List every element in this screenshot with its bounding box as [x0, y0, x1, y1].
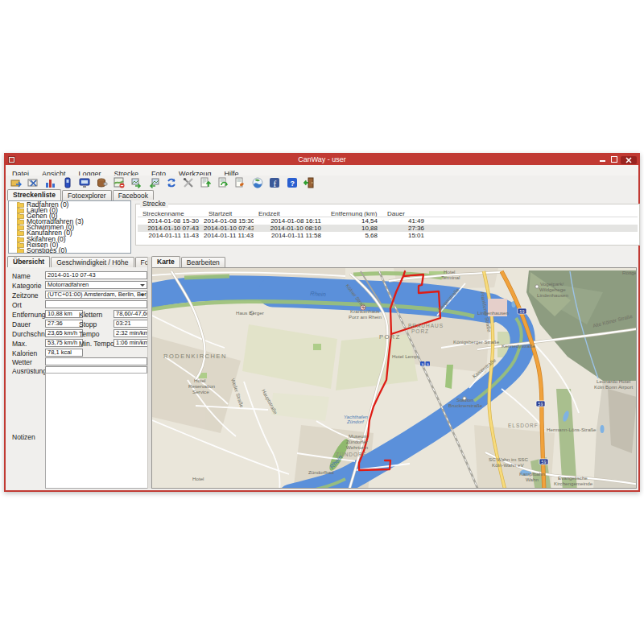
google-earth-icon[interactable]: [252, 177, 263, 188]
canway-window: CanWay - user DateiAnsichtLoggerStreckeF…: [4, 153, 640, 492]
svg-text:Zündorfbad: Zündorfbad: [308, 469, 334, 475]
svg-text:Köln-Wahn eV: Köln-Wahn eV: [492, 462, 525, 468]
map-panel[interactable]: S S 59 59 59 Rhein Rhein RODENKIRCHEN: [151, 267, 637, 489]
col-entfernung[interactable]: Entfernung (km): [326, 210, 382, 217]
tab-karte[interactable]: Karte: [151, 256, 180, 267]
svg-text:Vogelpark/: Vogelpark/: [540, 281, 564, 287]
ausruestung-label: Ausrüstung: [12, 367, 47, 375]
open-track-icon[interactable]: [10, 177, 22, 188]
svg-text:PORZ: PORZ: [379, 333, 401, 341]
stopp-label: Stopp: [79, 320, 97, 328]
kalorien-label: Kalorien: [12, 349, 37, 357]
kategorie-select[interactable]: Motorradfahren: [45, 281, 147, 289]
col-streckenname[interactable]: Streckenname: [138, 210, 204, 217]
category-tree[interactable]: Radfahren (0) Laufen (0) Gehen (0) Motor…: [8, 200, 131, 254]
svg-text:BRAUHAUS: BRAUHAUS: [408, 323, 444, 328]
svg-text:59: 59: [542, 460, 547, 464]
tab-bearbeiten[interactable]: Bearbeiten: [181, 257, 225, 267]
toolbar: f ?: [6, 175, 638, 190]
svg-text:59: 59: [520, 310, 525, 314]
export-kml-icon[interactable]: [234, 177, 246, 188]
svg-text:Köln Bonn Airport: Köln Bonn Airport: [594, 384, 633, 390]
title-bar[interactable]: CanWay - user: [6, 155, 638, 165]
help-icon[interactable]: ?: [287, 177, 298, 188]
exit-icon[interactable]: [303, 177, 315, 188]
klettern-input[interactable]: 78,60/-47,60: [114, 310, 149, 318]
name-label: Name: [12, 272, 31, 280]
svg-text:Zündorf: Zündorf: [346, 419, 365, 424]
svg-text:PORZ: PORZ: [411, 328, 429, 334]
durchschn-label: Durchschn.: [12, 330, 47, 338]
kalorien-input[interactable]: 78,1 kcal: [45, 349, 83, 357]
close-track-icon[interactable]: [27, 177, 39, 188]
map-canvas[interactable]: S S 59 59 59 Rhein Rhein RODENKIRCHEN: [152, 268, 637, 489]
tab-uebersicht[interactable]: Übersicht: [7, 256, 50, 267]
maximize-button[interactable]: [611, 156, 617, 163]
dauer-input[interactable]: 27:36: [45, 320, 83, 328]
svg-text:Porz am Rhein: Porz am Rhein: [349, 314, 382, 320]
export-gpx-icon[interactable]: [217, 177, 229, 188]
export-file-icon[interactable]: [200, 177, 211, 188]
entfernung-label: Entfernung: [12, 311, 46, 319]
svg-text:Hermann-Löns-Straße: Hermann-Löns-Straße: [547, 427, 597, 432]
svg-text:ELSDORF: ELSDORF: [508, 423, 539, 428]
import-photo-icon[interactable]: [148, 177, 159, 188]
table-row-selected[interactable]: 2014-01-10 07-432014-01-10 07:432014-01-…: [138, 225, 638, 232]
svg-text:Lindenhausen: Lindenhausen: [477, 310, 509, 316]
zeitzone-label: Zeitzone: [12, 291, 39, 299]
tab-streckenliste[interactable]: Streckenliste: [7, 189, 61, 200]
clear-device-icon[interactable]: [97, 177, 108, 188]
svg-text:Stadion: Stadion: [456, 397, 474, 402]
export-photo-icon[interactable]: [131, 177, 142, 188]
max-input[interactable]: 53,75 km/h: [45, 339, 83, 347]
col-dauer[interactable]: Dauer: [382, 210, 429, 217]
durchschn-input[interactable]: 23,65 km/h: [45, 329, 83, 337]
tree-item-sonstiges[interactable]: Sonstiges (0): [12, 248, 130, 254]
sync-icon[interactable]: [166, 177, 177, 188]
svg-text:Wehrturm: Wehrturm: [346, 444, 368, 450]
svg-text:Service: Service: [192, 389, 209, 394]
stopp-input[interactable]: 03:21: [114, 320, 149, 328]
name-input[interactable]: 2014-01-10 07-43: [45, 271, 147, 279]
statistics-icon[interactable]: [44, 177, 56, 188]
svg-text:Kampfbahn: Kampfbahn: [519, 471, 545, 477]
svg-text:?: ?: [290, 180, 295, 188]
wetter-input[interactable]: [45, 357, 147, 365]
close-button[interactable]: [621, 156, 637, 164]
facebook-icon[interactable]: f: [269, 177, 280, 188]
page: CanWay - user DateiAnsichtLoggerStreckeF…: [0, 0, 644, 644]
svg-text:Kirchengemeinde: Kirchengemeinde: [554, 481, 593, 486]
svg-text:Hotel Lemp: Hotel Lemp: [392, 353, 418, 359]
svg-text:Wahn: Wahn: [526, 477, 539, 482]
notizen-textarea[interactable]: [45, 373, 148, 489]
col-startzeit[interactable]: Startzeit: [204, 210, 254, 217]
track-detail-form: Name2014-01-10 07-43 KategorieMotorradfa…: [8, 267, 147, 489]
minimize-button[interactable]: [600, 156, 606, 163]
svg-text:Röttgen: Röttgen: [622, 270, 637, 275]
tab-fotoexplorer[interactable]: Fotoexplorer: [62, 190, 112, 200]
svg-text:Hotel: Hotel: [192, 476, 204, 481]
svg-text:ZÜNDORF: ZÜNDORF: [336, 452, 367, 457]
svg-text:Evangelische: Evangelische: [558, 475, 588, 481]
svg-text:f: f: [274, 179, 277, 188]
min-tempo-input[interactable]: 1:06 min/km: [114, 339, 149, 347]
logger-device-icon[interactable]: [62, 177, 73, 188]
tab-geschwindigkeit[interactable]: Geschwindigkeit / Höhe: [51, 257, 134, 267]
col-endzeit[interactable]: Endzeit: [254, 210, 326, 217]
download-device-icon[interactable]: [79, 177, 90, 188]
map-icon[interactable]: [114, 177, 125, 188]
svg-text:RODENKIRCHEN: RODENKIRCHEN: [163, 353, 227, 360]
tempo-input[interactable]: 2:32 min/km: [114, 329, 149, 337]
tools-icon[interactable]: [183, 177, 194, 188]
table-row[interactable]: 2014-01-08 15-302014-01-08 15:302014-01-…: [138, 217, 638, 225]
min-tempo-label: Min. Tempo: [79, 340, 114, 348]
svg-text:Porz-Wahn-Heide: Porz-Wahn-Heide: [555, 486, 596, 489]
ort-input[interactable]: [45, 300, 147, 308]
menu-bar: DateiAnsichtLoggerStreckeFotoWerkzeugHil…: [6, 165, 638, 176]
entfernung-input[interactable]: 10,88 km: [45, 310, 83, 318]
svg-text:S: S: [427, 362, 429, 366]
zeitzone-select[interactable]: (UTC+01:00) Amsterdam, Berlin, Bern, Rom: [45, 291, 147, 299]
window-title: CanWay - user: [6, 155, 638, 163]
svg-text:Brucknerstraße: Brucknerstraße: [448, 402, 483, 408]
table-row[interactable]: 2014-01-11 11-432014-01-11 11:432014-01-…: [138, 232, 638, 239]
